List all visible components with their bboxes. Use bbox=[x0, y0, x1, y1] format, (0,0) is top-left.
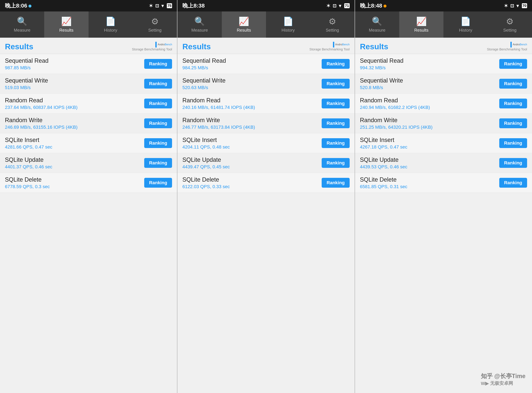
ranking-button[interactable]: Ranking bbox=[499, 59, 527, 69]
tab-label-measure: Measure bbox=[191, 28, 208, 33]
benchmark-row: Sequential Read 994.32 MB/s Ranking bbox=[355, 54, 532, 74]
content-area: Results AndroBench Storage Benchmarking … bbox=[355, 38, 532, 393]
ranking-button[interactable]: Ranking bbox=[322, 79, 350, 88]
ranking-button[interactable]: Ranking bbox=[499, 158, 527, 168]
ranking-button[interactable]: Ranking bbox=[144, 138, 172, 148]
tab-measure[interactable]: 🔍 Measure bbox=[0, 11, 44, 38]
bluetooth-icon: ✶ bbox=[326, 3, 330, 9]
tab-icon-setting: ⚙ bbox=[506, 17, 514, 26]
tab-measure[interactable]: 🔍 Measure bbox=[355, 11, 399, 38]
ranking-button[interactable]: Ranking bbox=[144, 79, 172, 88]
benchmark-row: Random Write 246.77 MB/s, 63173.84 IOPS … bbox=[177, 113, 354, 133]
benchmark-row: Sequential Read 984.25 MB/s Ranking bbox=[177, 54, 354, 74]
benchmark-info: Random Read 240.94 MB/s, 61682.2 IOPS (4… bbox=[360, 97, 430, 110]
status-time: 晚上8:06 bbox=[5, 2, 31, 10]
androbench-logo: AndroBench Storage Benchmarking Tool bbox=[487, 42, 527, 51]
benchmark-name: SQLite Delete bbox=[182, 176, 230, 183]
tab-setting[interactable]: ⚙ Setting bbox=[310, 11, 354, 38]
tab-results[interactable]: 📈 Results bbox=[399, 11, 444, 38]
ranking-button[interactable]: Ranking bbox=[322, 98, 350, 108]
benchmark-value: 251.25 MB/s, 64320.21 IOPS (4KB) bbox=[360, 125, 433, 130]
benchmark-name: SQLite Update bbox=[5, 156, 52, 163]
logo-accent bbox=[155, 42, 157, 48]
ranking-button[interactable]: Ranking bbox=[499, 138, 527, 148]
ranking-button[interactable]: Ranking bbox=[499, 118, 527, 128]
ranking-button[interactable]: Ranking bbox=[322, 158, 350, 168]
benchmark-info: SQLite Update 4439.53 QPS, 0.46 sec bbox=[360, 156, 407, 169]
benchmark-list: Sequential Read 994.32 MB/s Ranking Sequ… bbox=[355, 54, 532, 393]
benchmark-list: Sequential Read 984.25 MB/s Ranking Sequ… bbox=[177, 54, 354, 393]
nav-tabs: 🔍 Measure 📈 Results 📄 History ⚙ Setting bbox=[355, 11, 532, 38]
tab-measure[interactable]: 🔍 Measure bbox=[177, 11, 222, 38]
tab-icon-measure: 🔍 bbox=[372, 16, 382, 26]
tab-icon-history: 📄 bbox=[105, 16, 116, 26]
benchmark-name: SQLite Update bbox=[360, 156, 407, 163]
ranking-button[interactable]: Ranking bbox=[499, 178, 527, 188]
tab-results[interactable]: 📈 Results bbox=[222, 11, 266, 38]
benchmark-row: Random Read 240.16 MB/s, 61481.74 IOPS (… bbox=[177, 94, 354, 113]
signal-icon: ⊡ bbox=[155, 3, 159, 9]
tab-history[interactable]: 📄 History bbox=[444, 11, 488, 38]
ranking-button[interactable]: Ranking bbox=[144, 178, 172, 188]
battery-indicator: 75 bbox=[167, 3, 172, 8]
benchmark-value: 246.69 MB/s, 63155.16 IOPS (4KB) bbox=[5, 125, 78, 130]
benchmark-value: 4439.53 QPS, 0.46 sec bbox=[360, 164, 407, 169]
benchmark-row: Sequential Write 520.8 MB/s Ranking bbox=[355, 74, 532, 94]
status-icons: ✶ ⊡ ▾ 75 bbox=[149, 3, 172, 9]
benchmark-value: 987.85 MB/s bbox=[5, 65, 49, 70]
benchmark-value: 4204.11 QPS, 0.48 sec bbox=[182, 144, 230, 150]
ranking-button[interactable]: Ranking bbox=[144, 59, 172, 69]
logo-subtitle: Storage Benchmarking Tool bbox=[487, 48, 527, 51]
ranking-button[interactable]: Ranking bbox=[144, 98, 172, 108]
ranking-button[interactable]: Ranking bbox=[499, 79, 527, 88]
watermark: 知乎 @长亭Time W▶ 无极安卓网 bbox=[481, 372, 525, 386]
benchmark-name: SQLite Update bbox=[182, 156, 230, 163]
tab-label-history: History bbox=[459, 28, 472, 33]
benchmark-value: 4401.37 QPS, 0.46 sec bbox=[5, 164, 52, 169]
results-title: Results bbox=[182, 42, 211, 51]
tab-history[interactable]: 📄 History bbox=[266, 11, 310, 38]
tab-setting[interactable]: ⚙ Setting bbox=[133, 11, 177, 38]
status-time: 晚上8:48 bbox=[360, 2, 386, 10]
benchmark-info: Random Write 246.69 MB/s, 63155.16 IOPS … bbox=[5, 117, 78, 130]
benchmark-name: SQLite Delete bbox=[5, 176, 50, 183]
benchmark-value: 519.03 MB/s bbox=[5, 85, 48, 90]
benchmark-row: SQLite Update 4439.53 QPS, 0.46 sec Rank… bbox=[355, 153, 532, 173]
ranking-button[interactable]: Ranking bbox=[144, 118, 172, 128]
tab-label-setting: Setting bbox=[326, 28, 339, 33]
wifi-icon: ▾ bbox=[161, 3, 164, 9]
logo-subtitle: Storage Benchmarking Tool bbox=[132, 48, 172, 51]
tab-icon-measure: 🔍 bbox=[194, 16, 205, 26]
benchmark-value: 4439.47 QPS, 0.45 sec bbox=[182, 164, 230, 169]
status-indicator bbox=[384, 5, 386, 8]
results-title: Results bbox=[5, 42, 33, 51]
benchmark-info: SQLite Delete 6581.85 QPS, 0.31 sec bbox=[360, 176, 407, 189]
tab-icon-history: 📄 bbox=[283, 16, 293, 26]
benchmark-info: SQLite Insert 4204.11 QPS, 0.48 sec bbox=[182, 137, 230, 150]
benchmark-info: Random Read 240.16 MB/s, 61481.74 IOPS (… bbox=[182, 97, 255, 110]
status-icons: ✶ ⊡ ▾ 70 bbox=[504, 3, 527, 9]
logo-andro: Andro bbox=[335, 43, 342, 46]
nav-tabs: 🔍 Measure 📈 Results 📄 History ⚙ Setting bbox=[177, 11, 354, 38]
ranking-button[interactable]: Ranking bbox=[322, 178, 350, 188]
benchmark-name: SQLite Insert bbox=[360, 137, 407, 143]
logo-bench: Bench bbox=[342, 43, 350, 46]
logo-bench: Bench bbox=[165, 43, 172, 46]
benchmark-name: SQLite Delete bbox=[360, 176, 407, 183]
phone-screen-1: 晚上8:06 ✶ ⊡ ▾ 75 🔍 Measure 📈 Results bbox=[0, 0, 177, 393]
ranking-button[interactable]: Ranking bbox=[144, 158, 172, 168]
benchmark-info: Sequential Read 987.85 MB/s bbox=[5, 57, 49, 70]
tab-setting[interactable]: ⚙ Setting bbox=[488, 11, 532, 38]
benchmark-name: Sequential Write bbox=[182, 77, 225, 84]
ranking-button[interactable]: Ranking bbox=[322, 118, 350, 128]
tab-results[interactable]: 📈 Results bbox=[44, 11, 88, 38]
ranking-button[interactable]: Ranking bbox=[322, 138, 350, 148]
tab-history[interactable]: 📄 History bbox=[88, 11, 133, 38]
ranking-button[interactable]: Ranking bbox=[499, 98, 527, 108]
benchmark-name: Sequential Read bbox=[182, 57, 226, 64]
benchmark-row: SQLite Insert 4281.66 QPS, 0.47 sec Rank… bbox=[0, 133, 177, 153]
phone-screen-2: 晚上8:38 ✶ ⊡ ▾ 71 🔍 Measure 📈 Results bbox=[177, 0, 355, 393]
benchmark-value: 237.64 MB/s, 60837.84 IOPS (4KB) bbox=[5, 105, 78, 110]
ranking-button[interactable]: Ranking bbox=[322, 59, 350, 69]
tab-label-results: Results bbox=[414, 28, 429, 33]
